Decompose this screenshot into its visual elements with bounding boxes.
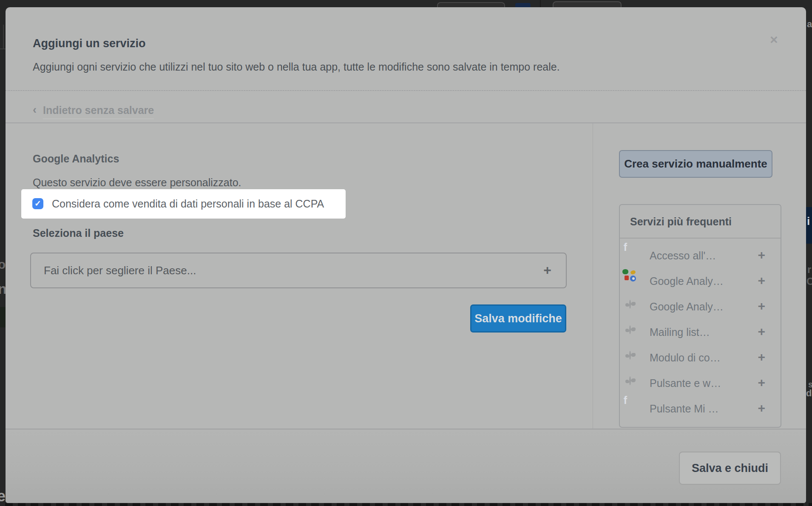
close-icon[interactable]: × [770, 32, 778, 48]
service-list-item[interactable]: Accesso all'… + [620, 243, 781, 268]
header-separator [6, 122, 806, 123]
service-label: Google Analy… [650, 294, 724, 319]
chevron-left-icon: ‹ [33, 103, 37, 117]
backdrop-text-fragment: e [0, 487, 6, 505]
backdrop-text-fragment: da [806, 388, 812, 399]
backdrop-text-fragment: o [0, 257, 6, 272]
create-service-manually-button[interactable]: Crea servizio manualmente [619, 150, 772, 178]
add-service-plus-icon[interactable]: + [758, 370, 765, 395]
backdrop-image-fragment [0, 307, 6, 327]
service-list-item[interactable]: Modulo di co… + [620, 345, 781, 370]
add-service-plus-icon[interactable]: + [758, 294, 765, 318]
backdrop-text-fragment: a [807, 19, 812, 30]
save-and-close-button[interactable]: Salva e chiudi [679, 452, 781, 485]
backdrop-text-fragment: i [807, 215, 810, 228]
checkmark-icon: ✓ [34, 199, 41, 208]
content-vertical-divider [593, 123, 593, 429]
frequent-services-panel: Servizi più frequenti Accesso all'… + Go… [619, 204, 781, 428]
modal-title: Aggiungi un servizio [33, 37, 146, 50]
service-list-item[interactable]: Google Analy… + [620, 294, 781, 319]
backdrop-blue-button-fragment [515, 3, 531, 7]
service-label: Google Analy… [650, 268, 724, 294]
country-select[interactable]: Fai click per segliere il Paese... + [30, 253, 567, 288]
service-label: Pulsante e w… [650, 370, 721, 396]
back-without-saving-link[interactable]: Indietro senza salvare [43, 104, 154, 119]
backdrop-divider-fragment [540, 0, 541, 7]
ccpa-checkbox-label: Considera come vendita di dati personali… [52, 189, 324, 219]
add-service-plus-icon[interactable]: + [758, 243, 765, 267]
modal-footer: Salva e chiudi [6, 429, 806, 503]
service-label: Modulo di co… [650, 345, 721, 370]
globe-icon [629, 300, 631, 309]
service-list-item[interactable]: Mailing list… + [620, 319, 781, 345]
backdrop-button-outline [553, 1, 622, 7]
plus-icon: + [543, 253, 551, 287]
service-list: Accesso all'… + Google Analy… + Google A… [620, 239, 781, 421]
backdrop-line-fragment [3, 25, 4, 49]
add-service-plus-icon[interactable]: + [758, 345, 765, 370]
service-label: Pulsante Mi … [650, 396, 719, 421]
service-name-heading: Google Analytics [33, 153, 119, 165]
add-service-plus-icon[interactable]: + [758, 268, 765, 293]
service-label: Accesso all'… [650, 243, 716, 268]
backdrop-line-fragment [0, 48, 6, 49]
screen: a i r C s da o n e Aggiungi un servizio … [0, 0, 812, 506]
service-list-item[interactable]: Pulsante e w… + [620, 370, 781, 396]
add-service-plus-icon[interactable]: + [758, 396, 765, 421]
country-select-label: Seleziona il paese [33, 227, 124, 239]
panel-header: Servizi più frequenti [620, 205, 781, 239]
save-changes-button[interactable]: Salva modifiche [470, 304, 566, 333]
backdrop-text-fragment: r [807, 264, 811, 276]
globe-icon [629, 376, 631, 385]
backdrop-text-fragment: C [806, 276, 812, 287]
service-list-item[interactable]: Google Analy… + [620, 268, 781, 294]
service-label: Mailing list… [650, 319, 710, 345]
country-select-placeholder: Fai click per segliere il Paese... [44, 253, 196, 287]
panel-title: Servizi più frequenti [630, 205, 732, 239]
service-list-item[interactable]: Pulsante Mi … + [620, 396, 781, 421]
ccpa-checkbox[interactable]: ✓ [32, 198, 43, 209]
globe-icon [629, 325, 631, 334]
add-service-plus-icon[interactable]: + [758, 319, 765, 344]
modal-subtitle: Aggiungi ogni servizio che utilizzi nel … [33, 61, 560, 73]
add-service-modal: Aggiungi un servizio Aggiungi ogni servi… [6, 7, 806, 503]
ccpa-spotlight: ✓ Considera come vendita di dati persona… [21, 189, 346, 219]
globe-icon [629, 351, 631, 360]
backdrop-bottom-strip [0, 503, 812, 506]
service-description: Questo servizio deve essere personalizza… [33, 176, 241, 189]
header-dotted-separator [6, 90, 806, 91]
